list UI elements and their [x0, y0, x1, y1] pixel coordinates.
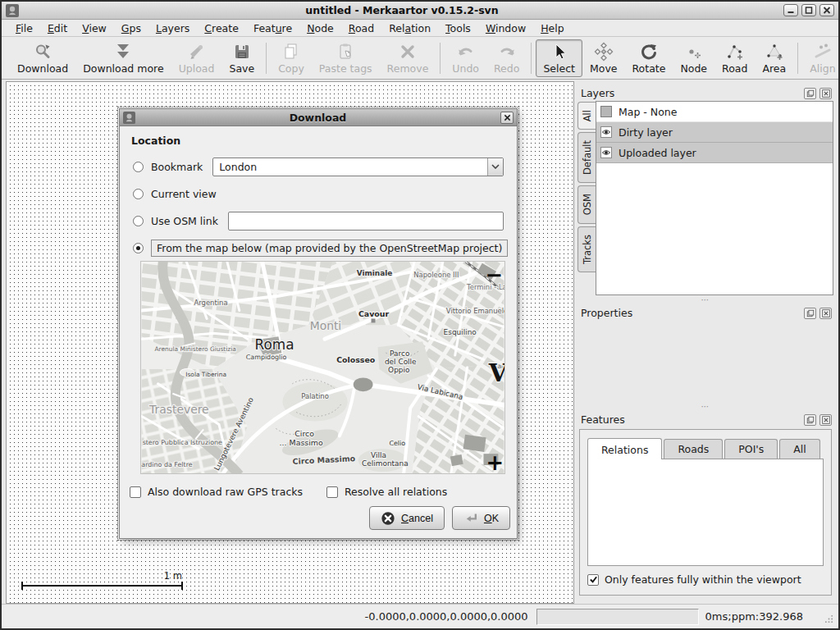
toolbar-button-label: Align [810, 62, 835, 75]
map-label: Campidoglio [246, 354, 287, 361]
toolbar-button-rotate[interactable]: Rotate [624, 39, 673, 77]
layers-tab-osm[interactable]: OSM [578, 185, 596, 223]
map-preview[interactable]: ViminaleNapoleone IIITermini - LaArgenti… [140, 261, 505, 474]
from-map-radio[interactable] [133, 243, 144, 253]
close-button[interactable] [819, 4, 834, 16]
combobox-dropdown-button[interactable] [487, 158, 503, 176]
toolbar-button-label: Node [680, 62, 707, 75]
cancel-button[interactable]: Cancel [369, 506, 445, 530]
dock-splitter[interactable]: ⋯ [578, 295, 833, 304]
toolbar-button-label: Upload [179, 62, 215, 75]
toolbar-button-upload: Upload [171, 39, 222, 77]
dialog-close-button[interactable] [500, 112, 514, 124]
menu-edit[interactable]: Edit [40, 21, 75, 35]
features-close-button[interactable] [819, 414, 832, 426]
features-float-button[interactable] [804, 414, 816, 426]
menu-tools[interactable]: Tools [438, 21, 478, 35]
osm-link-option-row: Use OSM link [133, 211, 504, 231]
map-label: stero Pubblica Istruzione [143, 439, 222, 446]
coordinates-readout: -0.0000,0.0000,0.0000,0.0000 [365, 610, 528, 623]
layers-tab-default[interactable]: Default [578, 132, 596, 183]
download-more-icon [113, 42, 133, 62]
properties-close-button[interactable] [819, 308, 832, 319]
layer-row-map-none[interactable]: Map - None [596, 102, 833, 122]
scale-bar: 1 m [21, 585, 185, 587]
layers-tab-label: All [580, 103, 595, 129]
viewport-filter-label: Only features fully within the viewport [605, 573, 801, 586]
map-label: Celio [389, 440, 405, 447]
layer-row-dirty-layer[interactable]: Dirty layer [596, 122, 833, 143]
menu-relation[interactable]: Relation [381, 21, 438, 35]
toolbar-button-download[interactable]: Download [10, 39, 75, 77]
menu-gps[interactable]: Gps [114, 21, 148, 35]
menu-feature[interactable]: Feature [246, 21, 299, 35]
toolbar-button-label: Road [722, 62, 747, 75]
menu-help[interactable]: Help [533, 21, 572, 35]
window-titlebar[interactable]: untitled - Merkaartor v0.15.2-svn [2, 2, 838, 20]
layers-tab-tracks[interactable]: Tracks [578, 226, 596, 272]
layer-checkbox-icon[interactable] [600, 106, 612, 117]
menu-road[interactable]: Road [341, 21, 381, 35]
menu-node[interactable]: Node [299, 21, 341, 35]
dock-splitter[interactable]: ⋯ [578, 402, 833, 410]
resize-grip[interactable] [824, 614, 833, 626]
current-view-label: Current view [151, 188, 217, 200]
bookmark-label: Bookmark [151, 161, 203, 173]
toolbar-button-road[interactable]: Road [714, 39, 755, 77]
layer-row-uploaded-layer[interactable]: Uploaded layer [596, 143, 833, 163]
map-label: Palatino [301, 392, 329, 400]
layers-close-button[interactable] [819, 88, 832, 99]
ok-button[interactable]: OK [452, 506, 510, 530]
cancel-button-label: Cancel [401, 513, 433, 524]
viewport-filter-row: Only features fully within the viewport [587, 573, 824, 586]
map-zoom-out-button[interactable]: − [486, 262, 504, 287]
bookmark-combobox[interactable]: London [212, 158, 504, 176]
toolbar-button-download-more[interactable]: Download more [75, 39, 171, 77]
toolbar-button-save[interactable]: Save [221, 39, 262, 77]
toolbar-button-label: Paste tags [319, 62, 372, 75]
toolbar-button-move[interactable]: Move [582, 39, 625, 77]
toolbar-button-area[interactable]: Area [755, 39, 793, 77]
layers-tab-all[interactable]: All [578, 102, 596, 130]
current-view-radio[interactable] [133, 189, 144, 199]
gps-tracks-checkbox[interactable] [130, 486, 141, 498]
map-label: Vittorio Emanuele [446, 307, 505, 315]
menu-view[interactable]: View [75, 21, 114, 35]
maximize-button[interactable] [801, 4, 816, 16]
features-list[interactable] [587, 459, 824, 566]
features-tab-relations[interactable]: Relations [587, 438, 662, 459]
resolve-relations-checkbox[interactable] [326, 486, 338, 498]
map-label: Argentina [194, 299, 228, 307]
ok-icon [463, 511, 478, 526]
dialog-titlebar[interactable]: Download [120, 109, 517, 126]
layers-panel-body: AllDefaultOSMTracks Map - NoneDirty laye… [578, 101, 833, 295]
bookmark-radio[interactable] [133, 162, 144, 172]
map-label: Oppio [388, 366, 409, 374]
layer-visibility-eye-icon[interactable] [600, 147, 612, 158]
osm-link-input[interactable] [228, 212, 504, 231]
undo-icon [456, 42, 476, 62]
toolbar-button-align: Align [802, 39, 840, 77]
features-tab-poi-s[interactable]: POI's [724, 439, 778, 459]
dialog-checkbox-row: Also download raw GPS tracks Resolve all… [130, 486, 504, 498]
menu-window[interactable]: Window [478, 21, 533, 35]
viewport-filter-checkbox[interactable] [587, 574, 599, 586]
properties-float-button[interactable] [804, 308, 816, 319]
toolbar-button-label: Remove [387, 62, 429, 75]
toolbar-button-node[interactable]: Node [673, 39, 714, 77]
toolbar-button-label: Save [229, 62, 254, 75]
minimize-button[interactable] [783, 4, 798, 16]
map-zoom-in-button[interactable]: + [486, 450, 504, 474]
menu-create[interactable]: Create [197, 21, 246, 35]
layer-visibility-eye-icon[interactable] [600, 126, 612, 138]
menu-file[interactable]: File [8, 21, 40, 35]
features-tab-all[interactable]: All [779, 439, 820, 459]
rotate-icon [639, 42, 659, 62]
menu-layers[interactable]: Layers [148, 21, 197, 35]
features-panel-header: Features [578, 410, 833, 427]
toolbar-button-select[interactable]: Select [536, 39, 582, 77]
osm-link-radio[interactable] [133, 216, 144, 226]
status-bar: -0.0000,0.0000,0.0000,0.0000 0ms;ppm:392… [2, 604, 838, 628]
features-tab-roads[interactable]: Roads [664, 439, 723, 459]
layers-float-button[interactable] [804, 88, 816, 99]
